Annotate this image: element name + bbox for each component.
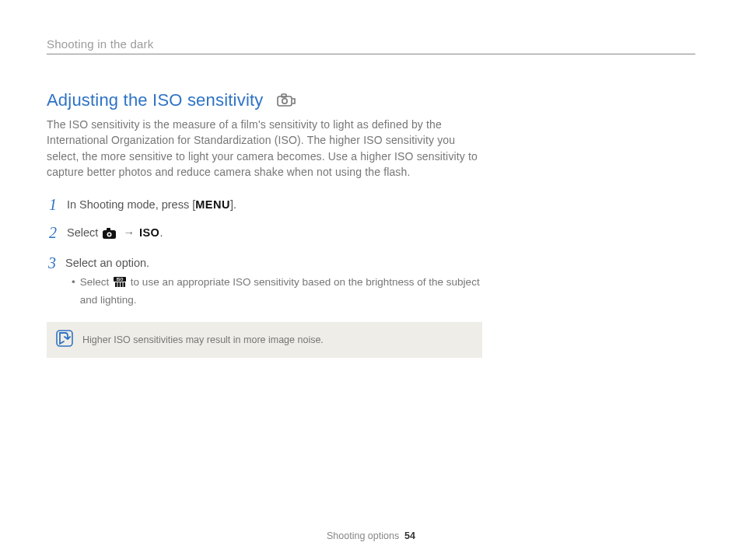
arrow-right-icon: → [123, 226, 135, 239]
step-1: 1 In Shooting mode, press [MENU]. [47, 197, 482, 214]
bullet-pre: Select [80, 276, 112, 288]
svg-rect-0 [278, 96, 292, 106]
svg-text:ISO: ISO [117, 277, 124, 282]
step-body: Select → ISO. [67, 225, 163, 244]
svg-rect-10 [118, 282, 121, 287]
svg-rect-11 [121, 282, 123, 287]
sub-bullet: • Select ISO [72, 275, 482, 307]
step-text-pre: Select [67, 226, 101, 239]
running-head: Shooting in the dark [47, 37, 695, 54]
bullet-post: to use an appropriate ISO sensitivity ba… [80, 276, 480, 306]
section-intro: The ISO sensitivity is the measure of a … [47, 117, 482, 180]
section-title: Adjusting the ISO sensitivity [47, 90, 263, 110]
step-body: Select an option. • Select ISO [65, 255, 482, 308]
step-number: 2 [47, 225, 59, 240]
camera-outline-icon [277, 93, 296, 107]
svg-point-2 [282, 99, 287, 103]
step-text: Select an option. [65, 255, 482, 272]
step-2: 2 Select → ISO. [47, 225, 482, 244]
step-body: In Shooting mode, press [MENU]. [67, 197, 236, 214]
section-title-row: Adjusting the ISO sensitivity [47, 90, 482, 110]
svg-rect-1 [282, 94, 286, 97]
step-text-post: ]. [230, 198, 236, 211]
svg-rect-9 [115, 282, 117, 287]
iso-auto-icon: ISO [114, 277, 126, 292]
step-number: 3 [47, 255, 58, 271]
section: Adjusting the ISO sensitivity The ISO se… [47, 90, 482, 358]
sub-bullets: • Select ISO [65, 275, 482, 307]
bullet-dot-icon: • [72, 275, 75, 307]
bullet-text: Select ISO [80, 275, 482, 307]
manual-page: Shooting in the dark Adjusting the ISO s… [0, 0, 742, 560]
svg-point-6 [108, 233, 110, 236]
svg-rect-12 [124, 282, 126, 287]
iso-label: ISO [139, 226, 159, 239]
step-3: 3 Select an option. • Select ISO [47, 255, 482, 308]
page-footer: Shooting options 54 [0, 530, 742, 541]
page-number: 54 [404, 530, 415, 541]
note-icon [56, 330, 73, 350]
note-box: Higher ISO sensitivities may result in m… [47, 322, 482, 358]
steps-list: 1 In Shooting mode, press [MENU]. 2 Sele… [47, 197, 482, 307]
step-number: 1 [47, 197, 59, 212]
menu-label: MENU [195, 198, 230, 211]
note-text: Higher ISO sensitivities may result in m… [82, 334, 324, 345]
camera-solid-icon [103, 227, 117, 244]
step-text-post: . [159, 226, 163, 239]
footer-label: Shooting options [327, 530, 399, 541]
svg-rect-4 [107, 228, 110, 231]
step-text-pre: In Shooting mode, press [ [67, 198, 195, 211]
